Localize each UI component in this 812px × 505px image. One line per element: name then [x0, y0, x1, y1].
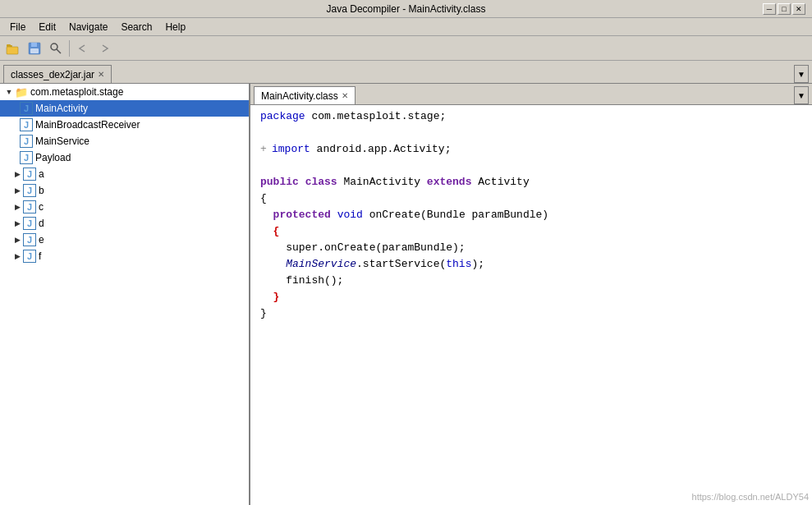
root-toggle[interactable]: ▼	[3, 86, 15, 98]
svg-point-6	[51, 44, 57, 50]
code-line-12: }	[260, 289, 802, 305]
tree-item-f[interactable]: ▶ J f	[0, 248, 249, 264]
code-line-8: {	[260, 223, 802, 240]
label-a: a	[39, 168, 44, 180]
code-line-7: protected void onCreate(Bundle paramBund…	[260, 207, 802, 223]
close-button[interactable]: ✕	[792, 3, 805, 15]
code-line-11: finish();	[260, 273, 802, 289]
class-icon-b: J	[23, 184, 36, 197]
tree-root[interactable]: ▼ 📁 com.metasploit.stage	[0, 84, 249, 100]
label-f: f	[39, 250, 41, 262]
code-line-4	[260, 158, 802, 174]
back-icon	[76, 42, 89, 55]
code-tab-bar: MainActivity.class ✕ ▼	[250, 84, 812, 105]
file-tab-label: classes_dex2jar.jar	[11, 69, 94, 80]
label-d: d	[39, 218, 44, 229]
watermark: https://blog.csdn.net/ALDY54	[692, 492, 809, 502]
save-icon	[28, 42, 41, 55]
label-payload: Payload	[35, 152, 71, 163]
toggle-b[interactable]: ▶	[11, 185, 23, 196]
class-icon-payload: J	[20, 151, 33, 164]
save-button[interactable]	[25, 39, 44, 57]
tree-item-mainactivity[interactable]: J MainActivity	[0, 100, 249, 117]
toolbar-separator	[69, 40, 70, 57]
class-icon-d: J	[23, 217, 36, 230]
tree-item-mainservice[interactable]: J MainService	[0, 133, 249, 149]
label-mainactivity: MainActivity	[35, 103, 88, 114]
class-icon-f: J	[23, 250, 36, 263]
class-icon-mainbroadcastreceiver: J	[20, 118, 33, 131]
svg-rect-1	[7, 47, 18, 54]
menu-file[interactable]: File	[3, 20, 32, 34]
code-line-2	[260, 125, 802, 141]
code-line-6: {	[260, 191, 802, 207]
label-b: b	[39, 185, 44, 196]
tree-item-mainbroadcastreceiver[interactable]: J MainBroadcastReceiver	[0, 117, 249, 133]
root-label: com.metasploit.stage	[30, 86, 123, 98]
left-panel: ▼ 📁 com.metasploit.stage J MainActivity …	[0, 84, 250, 505]
file-tab-arrow[interactable]: ▼	[794, 65, 809, 83]
maximize-button[interactable]: □	[778, 3, 791, 15]
svg-rect-5	[30, 48, 39, 53]
file-tab-bar: classes_dex2jar.jar ✕ ▼	[0, 61, 812, 84]
code-tab-close[interactable]: ✕	[342, 91, 348, 100]
tree-item-a[interactable]: ▶ J a	[0, 166, 249, 182]
code-line-13: }	[260, 305, 802, 322]
tree-item-b[interactable]: ▶ J b	[0, 182, 249, 199]
code-content: package com.metasploit.stage; +import an…	[250, 105, 812, 325]
svg-line-7	[57, 49, 61, 53]
open-button[interactable]	[3, 39, 23, 57]
toggle-e[interactable]: ▶	[11, 234, 23, 246]
toggle-d[interactable]: ▶	[11, 218, 23, 229]
class-icon-mainservice: J	[20, 135, 33, 148]
code-tab-label: MainActivity.class	[261, 90, 338, 102]
window-controls: ─ □ ✕	[763, 3, 805, 15]
toggle-c[interactable]: ▶	[11, 201, 23, 213]
class-icon-mainactivity: J	[20, 102, 33, 115]
class-icon-c: J	[23, 200, 36, 213]
open-icon	[6, 42, 21, 55]
tree-item-d[interactable]: ▶ J d	[0, 215, 249, 232]
label-mainbroadcastreceiver: MainBroadcastReceiver	[35, 119, 140, 131]
class-icon-a: J	[23, 168, 36, 181]
code-tab-arrow[interactable]: ▼	[794, 86, 809, 104]
tree-item-e[interactable]: ▶ J e	[0, 232, 249, 248]
title-text: Java Decompiler - MainActivity.class	[327, 3, 486, 15]
code-line-10: MainService.startService(this);	[260, 256, 802, 273]
code-line-1: package com.metasploit.stage;	[260, 108, 802, 125]
class-icon-e: J	[23, 233, 36, 246]
menu-edit[interactable]: Edit	[32, 20, 62, 34]
code-line-3: +import android.app.Activity;	[260, 141, 802, 158]
find-button[interactable]	[46, 39, 66, 57]
code-line-5: public class MainActivity extends Activi…	[260, 174, 802, 191]
tree-item-payload[interactable]: J Payload	[0, 149, 249, 166]
back-button[interactable]	[73, 39, 93, 57]
menu-navigate[interactable]: Navigate	[62, 20, 114, 34]
file-tab[interactable]: classes_dex2jar.jar ✕	[3, 65, 112, 83]
folder-icon: 📁	[15, 85, 28, 99]
tree-item-c[interactable]: ▶ J c	[0, 199, 249, 215]
label-c: c	[39, 201, 44, 213]
label-mainservice: MainService	[35, 135, 89, 147]
code-area[interactable]: package com.metasploit.stage; +import an…	[250, 105, 812, 505]
menu-search[interactable]: Search	[114, 20, 158, 34]
toggle-a[interactable]: ▶	[11, 168, 23, 180]
file-tab-close[interactable]: ✕	[98, 70, 104, 79]
menu-help[interactable]: Help	[158, 20, 192, 34]
toolbar	[0, 36, 812, 61]
right-panel: MainActivity.class ✕ ▼ package com.metas…	[250, 84, 812, 505]
main-area: ▼ 📁 com.metasploit.stage J MainActivity …	[0, 84, 812, 505]
toggle-f[interactable]: ▶	[11, 250, 23, 262]
find-icon	[49, 42, 62, 55]
label-e: e	[39, 234, 44, 246]
code-lines: package com.metasploit.stage; +import an…	[250, 108, 812, 322]
minimize-button[interactable]: ─	[763, 3, 776, 15]
code-line-9: super.onCreate(paramBundle);	[260, 240, 802, 256]
forward-button[interactable]	[94, 39, 114, 57]
expand-import[interactable]: +	[260, 141, 272, 158]
svg-rect-2	[7, 44, 11, 47]
menu-bar: File Edit Navigate Search Help	[0, 18, 812, 36]
title-bar: Java Decompiler - MainActivity.class ─ □…	[0, 0, 812, 18]
code-tab-mainactivity[interactable]: MainActivity.class ✕	[254, 86, 356, 104]
forward-icon	[98, 42, 111, 55]
